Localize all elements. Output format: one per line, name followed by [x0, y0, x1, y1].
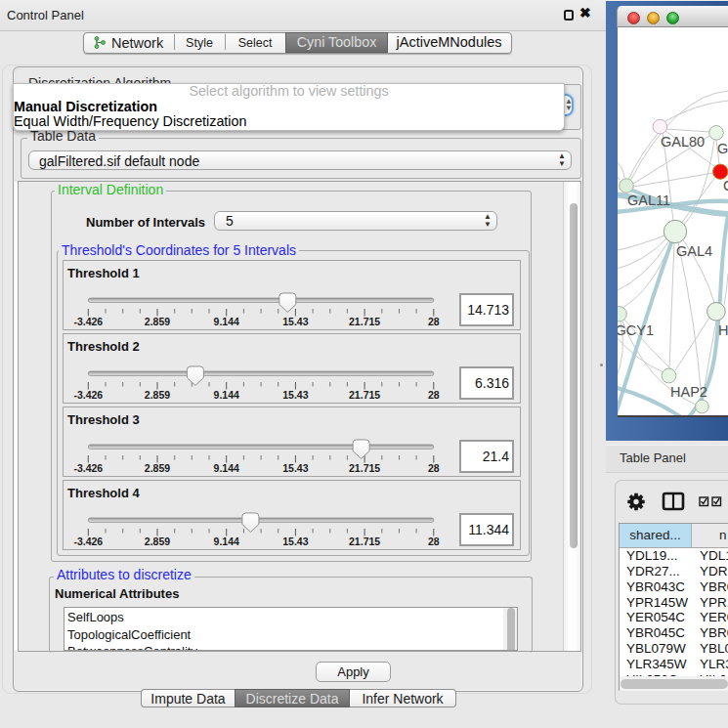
svg-text:GCY1: GCY1: [618, 322, 654, 338]
svg-text:CY: CY: [723, 178, 728, 193]
svg-text:28: 28: [428, 535, 440, 547]
svg-text:15.43: 15.43: [282, 389, 308, 401]
svg-text:21.715: 21.715: [349, 535, 380, 547]
svg-text:-3.426: -3.426: [73, 389, 103, 401]
svg-text:GAL11: GAL11: [627, 193, 670, 208]
svg-text:9.144: 9.144: [214, 316, 239, 327]
svg-text:-3.426: -3.426: [73, 535, 103, 547]
svg-text:HAP2: HAP2: [670, 384, 707, 400]
svg-text:9.144: 9.144: [214, 535, 239, 547]
svg-text:28: 28: [428, 316, 440, 327]
svg-text:2.859: 2.859: [145, 535, 170, 547]
svg-text:-3.426: -3.426: [73, 462, 103, 474]
svg-text:2.859: 2.859: [145, 462, 170, 474]
svg-text:15.43: 15.43: [282, 535, 308, 547]
svg-text:9.144: 9.144: [214, 462, 239, 474]
svg-text:28: 28: [428, 462, 440, 474]
svg-text:GAL4: GAL4: [676, 243, 712, 259]
svg-text:9.144: 9.144: [214, 389, 239, 401]
svg-text:2.859: 2.859: [145, 316, 170, 327]
svg-text:GAL80: GAL80: [661, 134, 705, 150]
svg-text:-3.426: -3.426: [73, 316, 103, 327]
svg-text:21.715: 21.715: [349, 389, 380, 401]
svg-text:15.43: 15.43: [282, 462, 308, 474]
svg-text:21.715: 21.715: [349, 462, 380, 474]
svg-text:2.859: 2.859: [145, 389, 170, 401]
svg-text:GA: GA: [717, 141, 728, 156]
svg-text:15.43: 15.43: [282, 316, 308, 327]
svg-text:21.715: 21.715: [349, 316, 380, 327]
svg-text:28: 28: [428, 389, 440, 401]
svg-text:H: H: [718, 322, 728, 338]
